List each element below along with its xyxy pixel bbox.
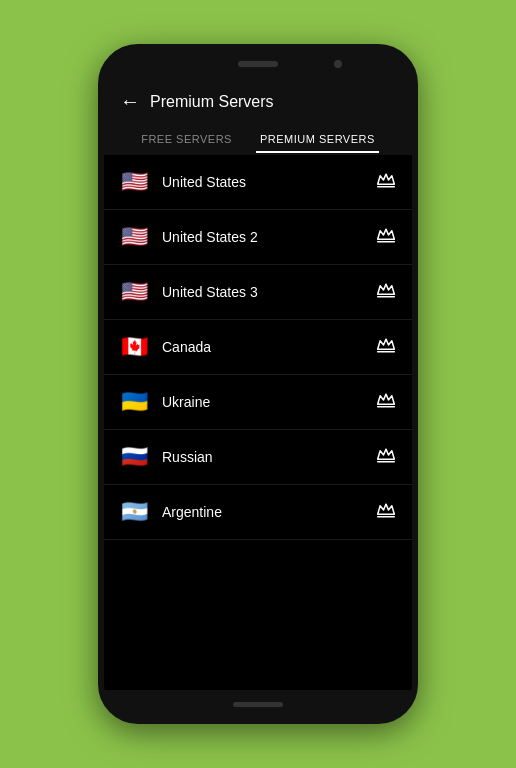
server-name: Ukraine: [162, 394, 376, 410]
server-item[interactable]: 🇺🇸United States 3: [104, 265, 412, 320]
crown-icon: [376, 170, 396, 194]
crown-icon: [376, 390, 396, 414]
header: ← Premium Servers: [104, 78, 412, 121]
phone-frame: ← Premium Servers FREE SERVERS PREMIUM S…: [98, 44, 418, 724]
tabs-bar: FREE SERVERS PREMIUM SERVERS: [104, 121, 412, 153]
server-item[interactable]: 🇨🇦Canada: [104, 320, 412, 375]
screen: ← Premium Servers FREE SERVERS PREMIUM S…: [104, 78, 412, 690]
tab-premium-servers[interactable]: PREMIUM SERVERS: [256, 127, 379, 153]
server-item[interactable]: 🇦🇷Argentine: [104, 485, 412, 540]
phone-bottom-bar: [104, 690, 412, 718]
flag-icon: 🇨🇦: [120, 334, 148, 360]
tab-free-servers[interactable]: FREE SERVERS: [137, 127, 236, 153]
page-title: Premium Servers: [150, 93, 274, 111]
flag-icon: 🇺🇸: [120, 169, 148, 195]
flag-icon: 🇦🇷: [120, 499, 148, 525]
server-item[interactable]: 🇺🇸United States: [104, 155, 412, 210]
server-item[interactable]: 🇺🇸United States 2: [104, 210, 412, 265]
server-item[interactable]: 🇺🇦Ukraine: [104, 375, 412, 430]
phone-camera: [334, 60, 342, 68]
crown-icon: [376, 335, 396, 359]
server-name: Russian: [162, 449, 376, 465]
flag-icon: 🇺🇸: [120, 224, 148, 250]
flag-icon: 🇺🇸: [120, 279, 148, 305]
home-indicator[interactable]: [233, 702, 283, 707]
crown-icon: [376, 445, 396, 469]
server-name: United States 3: [162, 284, 376, 300]
crown-icon: [376, 500, 396, 524]
server-name: Canada: [162, 339, 376, 355]
crown-icon: [376, 280, 396, 304]
server-list: 🇺🇸United States 🇺🇸United States 2 🇺🇸Unit…: [104, 155, 412, 690]
flag-icon: 🇷🇺: [120, 444, 148, 470]
flag-icon: 🇺🇦: [120, 389, 148, 415]
server-name: Argentine: [162, 504, 376, 520]
back-button[interactable]: ←: [120, 90, 140, 113]
server-name: United States 2: [162, 229, 376, 245]
server-name: United States: [162, 174, 376, 190]
phone-notch: [104, 50, 412, 78]
server-item[interactable]: 🇷🇺Russian: [104, 430, 412, 485]
phone-speaker: [238, 61, 278, 67]
crown-icon: [376, 225, 396, 249]
